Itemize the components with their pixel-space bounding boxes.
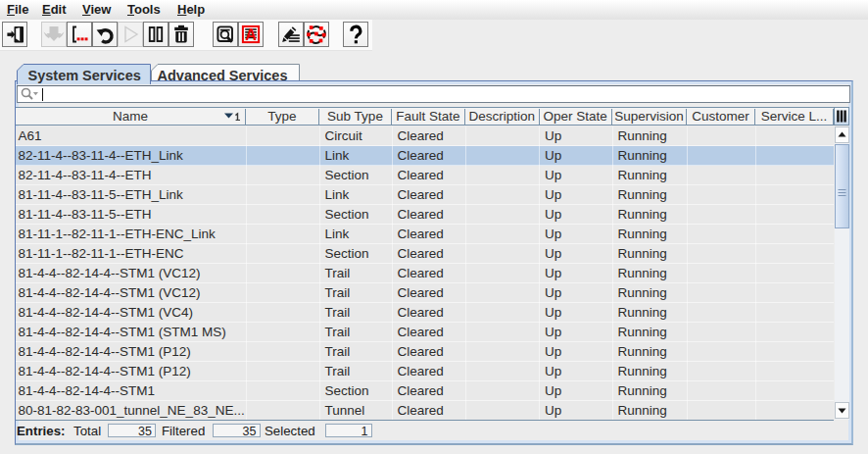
svg-text:A: A bbox=[245, 26, 257, 43]
